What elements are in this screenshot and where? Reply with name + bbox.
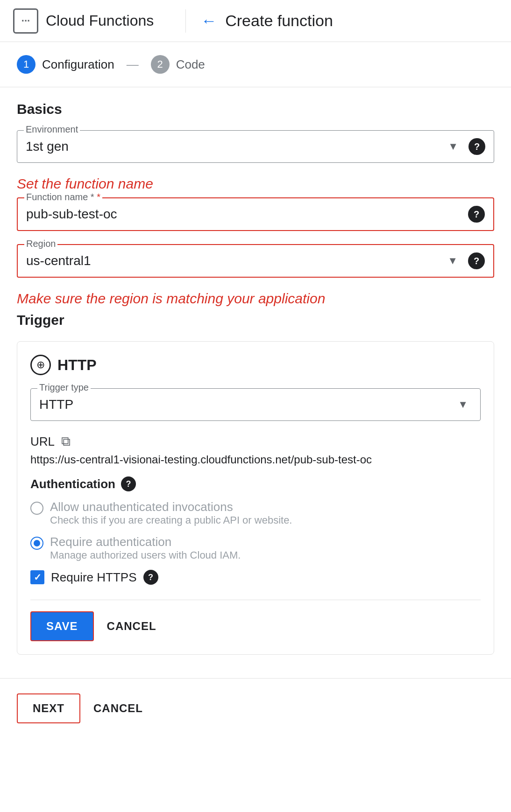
trigger-header: ⊕ HTTP: [30, 355, 481, 375]
radio-require-auth-sub: Manage authorized users with Cloud IAM.: [50, 549, 241, 561]
auth-title: Authentication: [30, 477, 115, 491]
step-1-circle: 1: [17, 55, 35, 74]
trigger-box-title: HTTP: [57, 357, 97, 374]
radio-allow-unauthenticated-circle: [30, 502, 43, 515]
trigger-type-field-group: Trigger type HTTP ▼: [30, 388, 481, 421]
step-2[interactable]: 2 Code: [151, 55, 205, 74]
region-annotation: Make sure the region is matching your ap…: [17, 291, 494, 307]
copy-icon[interactable]: ⧉: [61, 434, 71, 449]
auth-header: Authentication ?: [30, 476, 481, 491]
environment-dropdown-arrow-icon: ▼: [448, 140, 458, 153]
next-button[interactable]: NEXT: [17, 693, 80, 723]
region-dropdown-arrow-icon: ▼: [447, 255, 458, 267]
radio-allow-unauthenticated-sub: Check this if you are creating a public …: [50, 514, 292, 526]
back-nav[interactable]: ← Create function: [201, 12, 333, 30]
auth-help-icon[interactable]: ?: [121, 476, 136, 491]
function-name-help-icon[interactable]: ?: [468, 206, 485, 223]
radio-require-auth-main: Require authentication: [50, 535, 241, 549]
step-1[interactable]: 1 Configuration: [17, 55, 114, 74]
step-2-circle: 2: [151, 55, 170, 74]
step-2-label: Code: [176, 57, 205, 72]
trigger-cancel-button[interactable]: CANCEL: [107, 620, 156, 633]
steps-bar: 1 Configuration — 2 Code: [0, 42, 511, 87]
environment-label: Environment: [24, 124, 80, 135]
https-checkbox[interactable]: ✓: [30, 570, 44, 584]
function-name-annotation: Set the function name: [17, 176, 494, 192]
region-help-icon[interactable]: ?: [468, 252, 485, 269]
step-1-label: Configuration: [42, 57, 114, 72]
https-row[interactable]: ✓ Require HTTPS ?: [30, 570, 481, 585]
step-dash: —: [127, 57, 139, 72]
header: ··· Cloud Functions ← Create function: [0, 0, 511, 42]
environment-field-group: Environment 1st gen ▼ ?: [17, 130, 494, 163]
page-title: Create function: [225, 12, 333, 30]
environment-value: 1st gen: [26, 135, 448, 158]
radio-require-auth-circle: [30, 537, 43, 550]
https-label: Require HTTPS: [51, 570, 137, 585]
app-title: Cloud Functions: [46, 12, 154, 29]
https-help-icon[interactable]: ?: [143, 570, 158, 585]
environment-dropdown[interactable]: Environment 1st gen ▼ ?: [17, 130, 494, 163]
function-name-value: pub-sub-test-oc: [26, 203, 461, 225]
trigger-type-value: HTTP: [39, 393, 458, 416]
url-value: https://us-central1-visionai-testing.clo…: [30, 453, 481, 466]
function-name-label: Function name *: [24, 192, 102, 203]
region-dropdown[interactable]: Region us-central1 ▼ ?: [17, 244, 494, 278]
trigger-buttons: SAVE CANCEL: [30, 600, 481, 641]
trigger-box: ⊕ HTTP Trigger type HTTP ▼ URL ⧉ https:/…: [17, 341, 494, 655]
https-checkbox-check-icon: ✓: [34, 572, 42, 583]
save-button[interactable]: SAVE: [30, 611, 94, 641]
bottom-buttons: NEXT CANCEL: [0, 678, 511, 738]
header-logo: ··· Cloud Functions: [13, 8, 154, 34]
radio-require-auth[interactable]: Require authentication Manage authorized…: [30, 535, 481, 561]
main-content: Basics Environment 1st gen ▼ ? Set the f…: [0, 87, 511, 669]
region-label: Region: [24, 238, 57, 249]
bottom-cancel-button[interactable]: CANCEL: [93, 702, 143, 715]
radio-allow-unauthenticated-text-group: Allow unauthenticated invocations Check …: [50, 500, 292, 526]
region-field-group: Region us-central1 ▼ ?: [17, 244, 494, 278]
trigger-section-title: Trigger: [17, 312, 494, 328]
trigger-type-dropdown[interactable]: Trigger type HTTP ▼: [30, 388, 481, 421]
trigger-type-dropdown-arrow-icon: ▼: [458, 399, 468, 411]
url-row: URL ⧉: [30, 434, 481, 449]
region-value: us-central1: [26, 250, 447, 272]
http-globe-icon: ⊕: [30, 355, 51, 375]
radio-require-auth-text-group: Require authentication Manage authorized…: [50, 535, 241, 561]
back-arrow-icon[interactable]: ←: [201, 12, 217, 30]
environment-help-icon[interactable]: ?: [468, 138, 485, 155]
basics-section-title: Basics: [17, 101, 494, 117]
header-divider: [185, 9, 186, 33]
function-name-input-container[interactable]: Function name * pub-sub-test-oc ?: [17, 197, 494, 231]
radio-allow-unauthenticated[interactable]: Allow unauthenticated invocations Check …: [30, 500, 481, 526]
cloud-functions-logo-icon: ···: [13, 8, 38, 34]
radio-allow-unauthenticated-main: Allow unauthenticated invocations: [50, 500, 292, 514]
function-name-field-group: Function name * pub-sub-test-oc ?: [17, 197, 494, 231]
url-label: URL: [30, 434, 55, 449]
trigger-type-label: Trigger type: [37, 382, 91, 393]
